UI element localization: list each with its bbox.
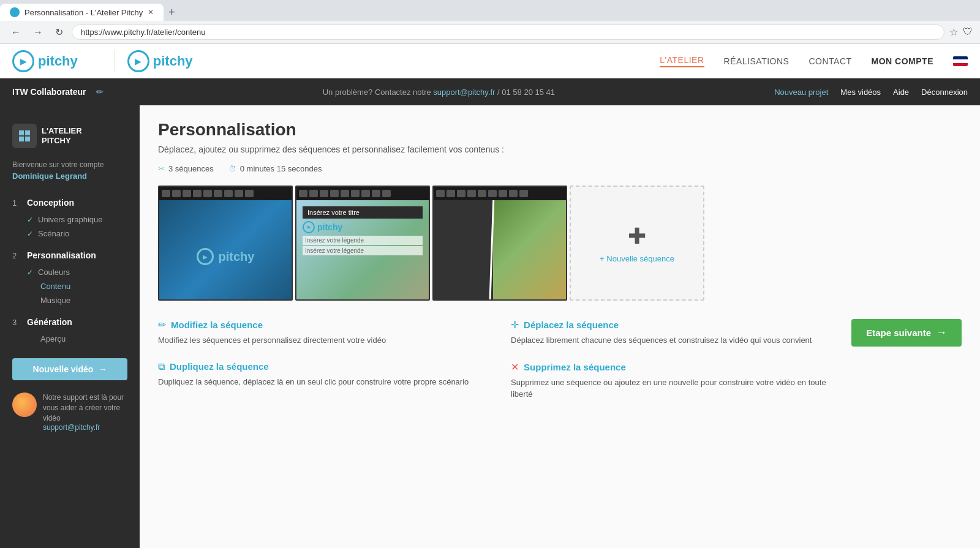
sidebar-item-scenario[interactable]: ✓ Scénario	[27, 227, 140, 241]
shield-icon: 🛡	[963, 26, 973, 38]
support-email-link[interactable]: support@pitchy.fr	[433, 88, 495, 97]
etape-suivante-button[interactable]: Etape suivante →	[851, 319, 962, 347]
sidebar-item-couleurs[interactable]: ✓ Couleurs	[27, 265, 140, 279]
action-title-modifier[interactable]: Modifiez la séquence	[171, 320, 263, 330]
address-bar: ← → ↻ ☆ 🛡	[0, 21, 980, 43]
nouveau-projet-link[interactable]: Nouveau projet	[774, 88, 828, 97]
insert-logo-area: ▶ pitchy	[303, 221, 423, 233]
personnalisation-items: ✓ Couleurs Contenu Musique	[0, 265, 140, 307]
pitchy-text-contact: pitchy	[219, 250, 255, 264]
video-content-contact: ▶ pitchy	[159, 200, 292, 301]
action-card-header-dupliquer: ⧉ Dupliquez la séquence	[158, 361, 474, 372]
project-name: ITW Collaborateur	[12, 87, 86, 97]
check-icon: ✓	[27, 268, 33, 277]
toolbar-actions: Nouveau projet Mes vidéos Aide Déconnexi…	[774, 88, 968, 97]
insert-legende-2: Insérez votre légende	[303, 246, 423, 255]
section-title-personnalisation: Personnalisation	[27, 250, 96, 260]
action-card-header-supprimer: ✕ Supprimez la séquence	[511, 361, 827, 373]
insert-title: Insérez votre titre	[303, 206, 423, 219]
support-label: Notre support est là pour vous aider à c…	[43, 392, 127, 423]
nav-contact[interactable]: CONTACT	[809, 56, 851, 66]
logo-text-right: pitchy	[153, 53, 193, 69]
back-button[interactable]: ←	[7, 26, 24, 39]
section-header-personnalisation: 2 Personnalisation	[0, 246, 140, 265]
tab-title: Personnalisation - L'Atelier Pitchy	[24, 8, 143, 17]
mes-videos-link[interactable]: Mes vidéos	[840, 88, 881, 97]
tab-close-button[interactable]: ✕	[148, 8, 154, 17]
action-row: ✏ Modifiez la séquence Modifiez les séqu…	[158, 319, 962, 400]
generation-items: Aperçu	[0, 332, 140, 346]
pitchy-logo-contact: ▶ pitchy	[197, 248, 255, 265]
refresh-button[interactable]: ↻	[51, 25, 67, 39]
new-sequence-label: + Nouvelle séquence	[600, 254, 674, 263]
action-card-supprimer: ✕ Supprimez la séquence Supprimez une sé…	[511, 361, 827, 400]
logo-text-left: pitchy	[38, 53, 78, 69]
page-subtitle: Déplacez, ajoutez ou supprimez des séque…	[158, 145, 962, 154]
insert-legende-1: Insérez votre légende	[303, 236, 423, 245]
section-header-conception: 1 Conception	[0, 193, 140, 212]
film-strip-top	[159, 187, 292, 200]
sidebar-section-generation: 3 Génération Aperçu	[0, 312, 140, 346]
deconnexion-link[interactable]: Déconnexion	[921, 88, 968, 97]
page-meta: ✂ 3 séquences ⏱ 0 minutes 15 secondes	[158, 164, 962, 173]
browser-icons: ☆ 🛡	[949, 26, 973, 38]
logo-right[interactable]: ▶ pitchy	[127, 50, 193, 72]
action-title-supprimer[interactable]: Supprimez la séquence	[524, 362, 626, 372]
logo-play-icon: ▶	[20, 56, 27, 66]
tab-favicon	[10, 7, 20, 17]
aide-link[interactable]: Aide	[893, 88, 909, 97]
action-desc-modifier: Modifiez les séquences et personnalisez …	[158, 334, 474, 347]
arrow-icon: →	[98, 364, 107, 374]
sidebar-new-video: Nouvelle vidéo →	[12, 358, 127, 380]
delete-icon: ✕	[511, 361, 519, 373]
main-layout: L'ATELIER PITCHY Bienvenue sur votre com…	[0, 105, 980, 548]
support-email[interactable]: support@pitchy.fr	[43, 423, 127, 432]
video-strip-video-sans-animation[interactable]: Insérez votre titre ▶ pitchy Insérez vot…	[295, 186, 430, 301]
toolbar-support-text: Un problème? Contactez notre support@pit…	[113, 88, 765, 97]
active-tab[interactable]: Personnalisation - L'Atelier Pitchy ✕	[0, 4, 164, 21]
sidebar-item-contenu[interactable]: Contenu	[27, 279, 140, 293]
video-strip-transition[interactable]: → Transition	[432, 186, 567, 301]
logo-left[interactable]: ▶ pitchy	[12, 50, 78, 72]
site-header: ▶ pitchy ▶ pitchy L'ATELIER RÉALISATIONS…	[0, 44, 980, 78]
pitchy-play-icon: ▶	[203, 253, 208, 260]
welcome-text: Bienvenue sur votre compte	[12, 160, 127, 169]
language-flag[interactable]	[953, 56, 968, 66]
user-name[interactable]: Dominique Legrand	[12, 171, 127, 181]
add-sequence-strip[interactable]: ✚ + Nouvelle séquence	[570, 186, 704, 301]
new-video-button[interactable]: Nouvelle vidéo →	[12, 358, 127, 380]
action-title-dupliquer[interactable]: Dupliquez la séquence	[170, 361, 269, 372]
duplicate-icon: ⧉	[158, 361, 165, 372]
pitchy-circle-icon: ▶	[197, 248, 214, 265]
insert-pitchy-text: pitchy	[317, 222, 342, 232]
action-card-dupliquer: ⧉ Dupliquez la séquence Dupliquez la séq…	[158, 361, 474, 400]
add-icon: ✚	[628, 223, 646, 249]
edit-project-icon[interactable]: ✏	[96, 87, 104, 97]
page-title: Personnalisation	[158, 120, 962, 140]
video-strip-contact[interactable]: ▶ pitchy ☎ Contact	[158, 186, 293, 301]
sidebar: L'ATELIER PITCHY Bienvenue sur votre com…	[0, 105, 140, 548]
sidebar-section-personnalisation: 2 Personnalisation ✓ Couleurs Contenu Mu…	[0, 246, 140, 307]
section-title-conception: Conception	[27, 198, 74, 208]
section-header-generation: 3 Génération	[0, 312, 140, 332]
action-card-deplacer: ✛ Déplacez la séquence Déplacez libremen…	[511, 319, 827, 347]
nav-realisations[interactable]: RÉALISATIONS	[724, 56, 790, 66]
sidebar-item-musique[interactable]: Musique	[27, 293, 140, 307]
bookmark-icon[interactable]: ☆	[949, 26, 958, 38]
strip2-logo-circle: ▶	[303, 221, 315, 233]
arrow-right-icon: →	[936, 326, 947, 339]
action-title-deplacer[interactable]: Déplacez la séquence	[524, 320, 619, 330]
sidebar-logo-icon	[12, 124, 37, 148]
strip3-left	[434, 200, 493, 301]
nav-mon-compte[interactable]: MON COMPTE	[872, 56, 933, 66]
video-content-video: Insérez votre titre ▶ pitchy Insérez vot…	[296, 200, 429, 301]
sidebar-item-apercu[interactable]: Aperçu	[27, 332, 140, 346]
video-content-transition	[434, 200, 566, 301]
sidebar-item-univers-graphique[interactable]: ✓ Univers graphique	[27, 212, 140, 227]
nav-atelier[interactable]: L'ATELIER	[660, 55, 704, 67]
action-desc-dupliquer: Dupliquez la séquence, déplacez là en un…	[158, 376, 474, 388]
forward-button[interactable]: →	[29, 26, 47, 39]
sidebar-welcome: Bienvenue sur votre compte Dominique Leg…	[0, 160, 140, 193]
address-input[interactable]	[72, 24, 944, 40]
new-tab-button[interactable]: +	[164, 6, 180, 19]
